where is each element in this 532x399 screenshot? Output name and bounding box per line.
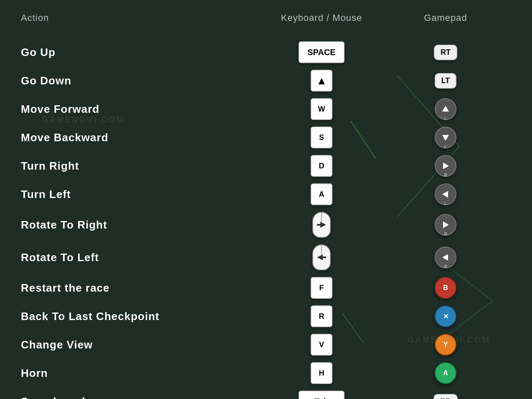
keyboard-cell: SPACE <box>263 41 380 63</box>
svg-marker-12 <box>443 221 449 228</box>
action-label: Turn Left <box>21 188 263 201</box>
key-button[interactable]: W <box>311 98 332 120</box>
action-label: Horn <box>21 367 263 380</box>
action-label: Rotate To Right <box>21 219 263 231</box>
gamepad-pill-button[interactable]: RT <box>434 45 457 60</box>
keyboard-cell: D <box>263 155 380 177</box>
svg-marker-9 <box>442 191 448 198</box>
gamepad-cell: L <box>380 183 511 205</box>
keybinds-table: Go UpSPACERTGo Down▲LTMove ForwardWLMove… <box>21 38 511 399</box>
table-row: Turn RightDR <box>21 152 511 180</box>
key-button-wide[interactable]: SPACE <box>299 41 345 63</box>
key-button-wide[interactable]: Tab <box>299 391 345 399</box>
keyboard-cell: A <box>263 183 380 205</box>
gamepad-cell: R <box>380 247 511 268</box>
table-row: Go UpSPACERT <box>21 38 511 66</box>
table-row: Rotate To RightR <box>21 208 511 241</box>
gamepad-cell: B <box>380 277 511 299</box>
key-button[interactable]: R <box>311 305 332 327</box>
gamepad-button-a[interactable]: A <box>435 362 456 384</box>
key-button-arrow[interactable]: ▲ <box>311 70 332 91</box>
keyboard-cell: ▲ <box>263 70 380 91</box>
gamepad-pill-button[interactable]: RB <box>433 394 458 399</box>
action-label: Turn Right <box>21 160 263 173</box>
svg-marker-7 <box>442 135 449 141</box>
action-label: Restart the race <box>21 282 263 295</box>
table-row: Change ViewVY <box>21 330 511 359</box>
table-row: Move BackwardSL <box>21 123 511 152</box>
action-label: Change View <box>21 338 263 351</box>
action-label: Rotate To Left <box>21 251 263 264</box>
table-row: HornHA <box>21 359 511 387</box>
action-label: Go Down <box>21 74 263 87</box>
gamepad-button-x[interactable]: ✕ <box>435 305 456 327</box>
gamepad-cell: L <box>380 127 511 148</box>
keyboard-cell: R <box>263 305 380 327</box>
key-button[interactable]: F <box>311 277 332 299</box>
svg-rect-14 <box>320 257 326 258</box>
gamepad-button-b[interactable]: B <box>435 277 456 299</box>
svg-marker-8 <box>443 163 449 169</box>
action-label: Move Backward <box>21 131 263 144</box>
gamepad-cell: RT <box>380 45 511 60</box>
key-button[interactable]: H <box>311 362 332 384</box>
gamepad-cell: L <box>380 98 511 120</box>
mouse-icon <box>312 212 331 238</box>
keyboard-cell <box>263 244 380 270</box>
table-row: ScoreboardTabRB <box>21 387 511 399</box>
svg-marker-15 <box>442 254 448 261</box>
gamepad-cell: A <box>380 362 511 384</box>
keyboard-cell: F <box>263 277 380 299</box>
keyboard-cell <box>263 212 380 238</box>
table-row: Rotate To LeftR <box>21 241 511 274</box>
gamepad-cell: R <box>380 155 511 177</box>
gamepad-cell: LT <box>380 73 511 89</box>
header-keyboard: Keyboard / Mouse <box>263 13 380 23</box>
table-row: Turn LeftAL <box>21 180 511 208</box>
keyboard-cell: Tab <box>263 391 380 399</box>
keyboard-cell: W <box>263 98 380 120</box>
gamepad-pill-button[interactable]: LT <box>435 73 457 89</box>
table-row: Go Down▲LT <box>21 66 511 95</box>
svg-rect-11 <box>317 224 323 226</box>
svg-marker-6 <box>442 106 449 112</box>
mouse-icon <box>312 244 331 270</box>
action-label: Go Up <box>21 46 263 59</box>
table-row: Move ForwardWL <box>21 95 511 123</box>
key-button[interactable]: S <box>311 127 332 148</box>
gamepad-button-y[interactable]: Y <box>435 334 456 356</box>
gamepad-cell: RB <box>380 394 511 399</box>
gamepad-cell: R <box>380 214 511 236</box>
keyboard-cell: V <box>263 334 380 356</box>
action-label: Back To Last Checkpoint <box>21 310 263 323</box>
key-button[interactable]: D <box>311 155 332 177</box>
action-label: Scoreboard <box>21 395 263 399</box>
table-row: Restart the raceFB <box>21 274 511 302</box>
gamepad-cell: ✕ <box>380 305 511 327</box>
action-label: Move Forward <box>21 103 263 116</box>
keyboard-cell: H <box>263 362 380 384</box>
key-button[interactable]: V <box>311 334 332 356</box>
gamepad-cell: Y <box>380 334 511 356</box>
keyboard-cell: S <box>263 127 380 148</box>
header-gamepad: Gamepad <box>380 13 511 23</box>
table-row: Back To Last CheckpointR✕ <box>21 302 511 330</box>
header-action: Action <box>21 13 263 23</box>
table-header: Action Keyboard / Mouse Gamepad <box>21 13 511 25</box>
key-button[interactable]: A <box>311 183 332 205</box>
